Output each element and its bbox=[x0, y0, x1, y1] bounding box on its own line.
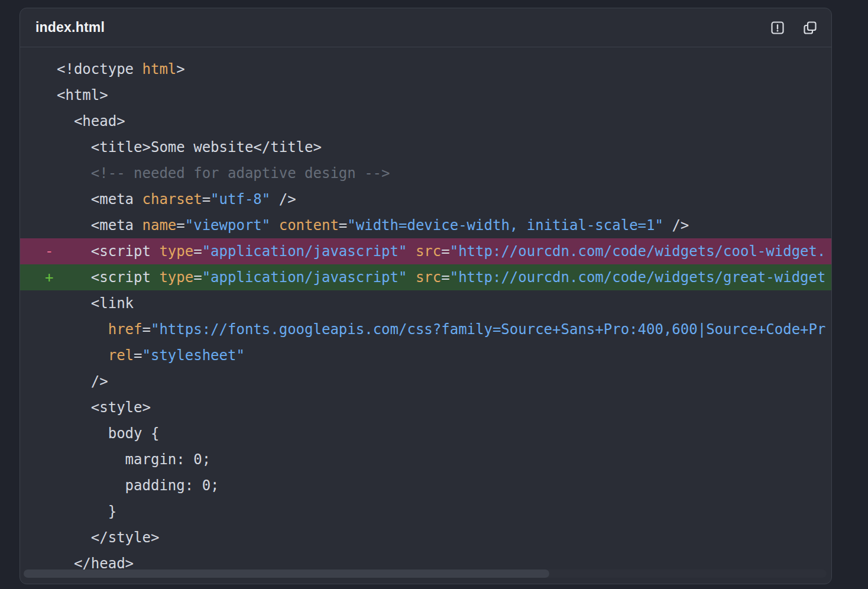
code-segment: "application/javascript" bbox=[202, 243, 407, 260]
code-segment: "viewport" bbox=[185, 217, 271, 234]
code-segment: > bbox=[176, 61, 184, 77]
code-card: index.html bbox=[20, 8, 832, 584]
code-segment: "application/javascript" bbox=[202, 269, 407, 286]
code-segment: name bbox=[142, 217, 177, 234]
code-segment: <!doctype bbox=[57, 61, 142, 77]
code-segment: <head> bbox=[57, 113, 125, 130]
code-segment: = bbox=[339, 217, 347, 234]
code-line: </style> bbox=[20, 525, 831, 551]
code-segment: "http://ourcdn.com/code/widgets/cool-wid… bbox=[450, 243, 826, 260]
title-actions bbox=[770, 21, 817, 35]
code-segment: = bbox=[441, 243, 449, 260]
code-segment: <html> bbox=[57, 87, 108, 103]
code-segment: /> bbox=[663, 217, 689, 234]
diff-added-marker: + bbox=[45, 264, 53, 290]
code-segment: = bbox=[142, 321, 151, 338]
code-segment: margin: 0; bbox=[57, 451, 210, 468]
code-line: <meta name="viewport" content="width=dev… bbox=[20, 212, 831, 238]
code-segment: padding: 0; bbox=[57, 477, 219, 494]
code-line: /> bbox=[20, 368, 831, 394]
code-line: <title>Some website</title> bbox=[20, 134, 831, 160]
code-line: padding: 0; bbox=[20, 473, 831, 499]
code-segment bbox=[57, 165, 91, 182]
code-line: <head> bbox=[20, 108, 831, 134]
code-segment: "utf-8" bbox=[210, 191, 270, 208]
code-segment: /> bbox=[57, 373, 108, 390]
code-segment: "stylesheet" bbox=[142, 347, 245, 364]
code-segment: <script bbox=[57, 269, 159, 286]
code-segment: src bbox=[416, 269, 441, 286]
code-segment: = bbox=[193, 243, 202, 260]
report-button[interactable] bbox=[770, 21, 785, 35]
code-segment: <title>Some website</title> bbox=[57, 139, 322, 156]
code-line: <link bbox=[20, 290, 831, 316]
title-bar: index.html bbox=[20, 8, 831, 47]
code-segment: <meta bbox=[57, 191, 142, 208]
horizontal-scrollbar[interactable] bbox=[24, 569, 827, 578]
code-segment: <script bbox=[57, 243, 159, 260]
code-segment: /> bbox=[270, 191, 296, 208]
code-segment: = bbox=[176, 217, 184, 234]
horizontal-scrollbar-thumb[interactable] bbox=[24, 569, 549, 578]
report-icon bbox=[770, 21, 785, 35]
code-line: rel="stylesheet" bbox=[20, 342, 831, 368]
code-line: href="https://fonts.googleapis.com/css?f… bbox=[20, 316, 831, 342]
code-segment: } bbox=[57, 503, 116, 520]
code-segment bbox=[407, 269, 415, 286]
file-title: index.html bbox=[35, 20, 105, 35]
code-segment: src bbox=[416, 243, 441, 260]
code-segment: <meta bbox=[57, 217, 142, 234]
code-line: } bbox=[20, 499, 831, 525]
code-segment: "https://fonts.googleapis.com/css?family… bbox=[151, 321, 826, 338]
code-segment: content bbox=[279, 217, 339, 234]
code-segment bbox=[57, 347, 108, 364]
code-line: <html> bbox=[20, 82, 831, 108]
code-segment: </style> bbox=[57, 529, 159, 546]
code-segment: <!-- needed for adaptive design --> bbox=[91, 165, 390, 182]
code-line: margin: 0; bbox=[20, 446, 831, 473]
code-segment: html bbox=[142, 61, 177, 77]
code-line: <!doctype html> bbox=[20, 56, 831, 82]
code-line: <meta charset="utf-8" /> bbox=[20, 186, 831, 212]
code-segment: href bbox=[108, 321, 142, 338]
code-segment: type bbox=[159, 243, 193, 260]
code-segment: = bbox=[441, 269, 449, 286]
code-line-added: + <script type="application/javascript" … bbox=[20, 264, 831, 290]
code-segment: <link bbox=[57, 295, 134, 312]
code-segment bbox=[57, 321, 108, 338]
code-line: <!-- needed for adaptive design --> bbox=[20, 160, 831, 186]
diff-removed-marker: - bbox=[45, 238, 53, 264]
code-line: body { bbox=[20, 420, 831, 446]
code-line: <style> bbox=[20, 394, 831, 420]
code-segment: body { bbox=[57, 425, 159, 442]
code-segment: charset bbox=[142, 191, 202, 208]
code-segment: "width=device-width, initial-scale=1" bbox=[347, 217, 663, 234]
code-segment: = bbox=[193, 269, 202, 286]
code-area: <!doctype html><html> <head> <title>Some… bbox=[20, 47, 831, 584]
code-segment bbox=[407, 243, 415, 260]
code-segment bbox=[270, 217, 278, 234]
code-segment: = bbox=[202, 191, 210, 208]
code-line-removed: - <script type="application/javascript" … bbox=[20, 238, 831, 264]
code-segment: = bbox=[134, 347, 142, 364]
code-segment: rel bbox=[108, 347, 134, 364]
copy-button[interactable] bbox=[803, 21, 817, 35]
code-segment: "http://ourcdn.com/code/widgets/great-wi… bbox=[450, 269, 826, 286]
copy-icon bbox=[803, 21, 817, 35]
code-segment: type bbox=[159, 269, 193, 286]
code-segment: <style> bbox=[57, 399, 151, 416]
